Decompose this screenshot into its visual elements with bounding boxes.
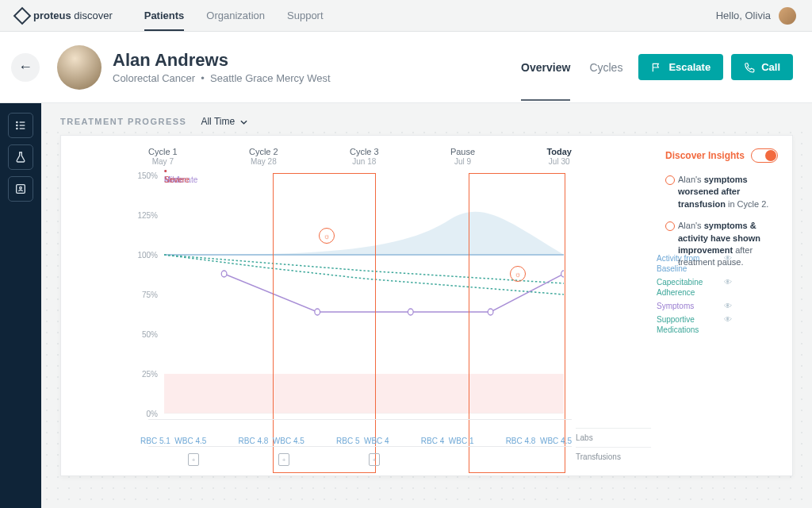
cycle-label-today: TodayJul 30	[546, 147, 572, 166]
insights-title: Discover Insights	[665, 150, 745, 161]
flag-icon	[651, 62, 662, 73]
patient-avatar	[57, 45, 102, 90]
chevron-down-icon	[240, 120, 247, 125]
eye-icon[interactable]: 👁	[724, 277, 732, 287]
patient-meta: Colorectal Cancer • Seattle Grace Mercy …	[113, 72, 331, 84]
patient-tabs: Overview Cycles	[521, 34, 622, 101]
insight-marker-icon[interactable]: ☼	[319, 228, 335, 244]
cycle-label: Cycle 3Jun 18	[350, 147, 379, 166]
svg-point-15	[561, 271, 564, 277]
user-greeting: Hello, Olivia	[716, 10, 771, 21]
transfusion-badge-icon[interactable]: +	[369, 453, 380, 466]
svg-point-1	[17, 125, 17, 125]
svg-rect-8	[164, 374, 564, 414]
svg-point-7	[20, 187, 22, 189]
insight-item: Alan's symptoms worsened after transfusi…	[665, 174, 781, 210]
patient-header: ← Alan Andrews Colorectal Cancer • Seatt…	[0, 32, 812, 103]
chart-area: Cycle 1May 7 Cycle 2May 28 Cycle 3Jun 18…	[61, 136, 659, 475]
user-menu[interactable]: Hello, Olivia	[716, 7, 796, 25]
svg-point-2	[17, 128, 17, 129]
transfusion-row: + + +	[188, 453, 540, 466]
brand-word1: proteus	[33, 10, 71, 21]
nav-organization[interactable]: Organization	[206, 0, 265, 31]
treatment-chart-card: Cycle 1May 7 Cycle 2May 28 Cycle 3Jun 18…	[60, 135, 793, 476]
user-avatar	[779, 7, 796, 25]
cycle-axis: Cycle 1May 7 Cycle 2May 28 Cycle 3Jun 18…	[148, 147, 572, 166]
svg-point-12	[315, 309, 320, 315]
sidebar-item-list[interactable]	[8, 113, 33, 138]
call-button[interactable]: Call	[731, 54, 793, 80]
nav-support[interactable]: Support	[287, 0, 324, 31]
cycle-label: PauseJul 9	[450, 147, 475, 166]
section-title-text: TREATMENT PROGRESS	[60, 117, 186, 126]
labs-row: RBC 5.1 WBC 4.5 RBC 4.8 WBC 4.5 RBC 5 WB…	[140, 437, 572, 445]
brand-word2: discover	[74, 10, 112, 21]
escalate-button[interactable]: Escalate	[638, 54, 723, 80]
transfusion-badge-icon[interactable]: +	[188, 453, 199, 466]
plot-region: 150% 125% 100% 75% 50% 25% 0% • None • M…	[77, 175, 651, 414]
cycle-label: Cycle 1May 7	[148, 147, 178, 166]
svg-point-14	[488, 309, 493, 315]
tab-overview[interactable]: Overview	[521, 34, 570, 101]
eye-icon[interactable]: 👁	[724, 301, 732, 311]
top-nav: Patients Organization Support	[144, 0, 324, 31]
section-header: TREATMENT PROGRESS All Time	[60, 116, 793, 127]
top-bar: proteus discover Patients Organization S…	[0, 0, 812, 32]
eye-icon[interactable]: 👁	[724, 314, 732, 325]
svg-point-0	[17, 121, 17, 122]
logo-icon	[13, 6, 32, 25]
sidebar-item-labs[interactable]	[8, 144, 33, 170]
sidebar-item-imaging[interactable]	[8, 176, 33, 202]
cycle-label: Cycle 2May 28	[249, 147, 278, 166]
chart-svg	[164, 175, 564, 414]
time-filter[interactable]: All Time	[201, 116, 247, 127]
header-actions: Escalate Call	[638, 54, 793, 80]
row-labels: Labs Transfusions	[576, 428, 651, 466]
left-sidebar	[0, 103, 41, 508]
patient-title-block: Alan Andrews Colorectal Cancer • Seattle…	[113, 50, 331, 84]
nav-patients[interactable]: Patients	[144, 0, 185, 31]
back-button[interactable]: ←	[11, 53, 40, 82]
y-axis: 150% 125% 100% 75% 50% 25% 0%	[137, 175, 161, 414]
insight-item: Alan's symptoms & activity have shown im…	[665, 220, 781, 269]
tab-cycles[interactable]: Cycles	[589, 34, 622, 101]
transfusion-badge-icon[interactable]: +	[278, 453, 289, 466]
patient-name: Alan Andrews	[113, 50, 331, 71]
svg-point-11	[221, 271, 227, 277]
insight-marker-icon[interactable]: ☼	[510, 266, 526, 282]
phone-icon	[744, 62, 755, 73]
brand-logo: proteus discover	[16, 10, 113, 22]
insights-toggle[interactable]	[751, 148, 778, 163]
svg-point-13	[408, 309, 413, 315]
